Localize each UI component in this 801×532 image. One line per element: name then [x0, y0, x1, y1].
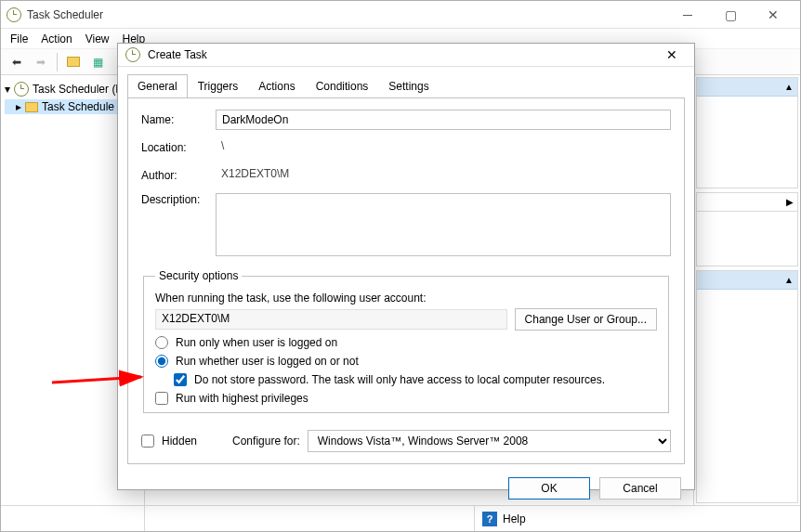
folder-icon [25, 102, 38, 112]
folder-up-icon[interactable] [63, 52, 84, 72]
do-not-store-password-check[interactable]: Do not store password. The task will onl… [174, 373, 657, 386]
location-value: \ [216, 137, 671, 158]
status-help[interactable]: ? Help [475, 512, 533, 526]
tab-actions[interactable]: Actions [248, 74, 305, 98]
tab-settings[interactable]: Settings [378, 74, 439, 98]
create-task-dialog: Create Task ✕ General Triggers Actions C… [117, 43, 695, 490]
minimize-button[interactable]: ─ [666, 1, 709, 29]
app-title: Task Scheduler [27, 8, 103, 21]
cancel-button[interactable]: Cancel [599, 477, 681, 500]
hidden-label: Hidden [162, 435, 197, 448]
description-label: Description: [141, 193, 206, 206]
menu-action[interactable]: Action [41, 32, 72, 45]
run-logged-on-label: Run only when user is logged on [176, 336, 337, 349]
configure-for-label: Configure for: [232, 435, 300, 448]
dialog-tabs: General Triggers Actions Conditions Sett… [118, 67, 694, 98]
toolbar-icon-2[interactable]: ▦ [87, 52, 108, 72]
run-logged-on-radio[interactable]: Run only when user is logged on [155, 336, 657, 349]
tab-conditions[interactable]: Conditions [306, 74, 379, 98]
actions-header-3[interactable]: ▲ [697, 271, 797, 290]
dialog-close-button[interactable]: ✕ [657, 44, 687, 66]
back-button[interactable]: ⬅ [7, 52, 27, 72]
name-label: Name: [141, 113, 206, 126]
clock-icon [14, 82, 29, 97]
configure-for-select[interactable]: Windows Vista™, Windows Server™ 2008 [308, 430, 671, 452]
dialog-title: Create Task [148, 48, 207, 61]
tab-general[interactable]: General [127, 74, 188, 98]
tab-triggers[interactable]: Triggers [188, 74, 249, 98]
name-input[interactable] [216, 110, 671, 130]
actions-header-2[interactable]: ▶ [697, 193, 797, 212]
menu-view[interactable]: View [85, 32, 110, 45]
run-whether-radio[interactable]: Run whether user is logged on or not [155, 355, 657, 368]
menu-file[interactable]: File [10, 32, 28, 45]
dialog-icon [125, 47, 140, 62]
run-whether-label: Run whether user is logged on or not [176, 355, 359, 368]
no-store-pw-label: Do not store password. The task will onl… [194, 373, 605, 386]
author-value: X12DEXT0\M [216, 165, 671, 186]
actions-panel: ▲ ▶ ▲ [693, 75, 800, 505]
dialog-titlebar: Create Task ✕ [118, 44, 694, 67]
tab-body: Name: Location: \ Author: X12DEXT0\M Des… [127, 97, 685, 464]
close-button[interactable]: ✕ [752, 1, 794, 29]
highest-priv-label: Run with highest privileges [176, 392, 309, 405]
location-label: Location: [141, 141, 206, 154]
highest-privileges-check[interactable]: Run with highest privileges [155, 392, 657, 405]
ok-button[interactable]: OK [508, 477, 590, 500]
user-account-field: X12DEXT0\M [155, 309, 507, 330]
tree-child-label: Task Schedule [42, 100, 114, 113]
hidden-check[interactable]: Hidden [141, 435, 197, 448]
tree-root-label: Task Scheduler (L [33, 83, 122, 96]
actions-header-1[interactable]: ▲ [697, 78, 797, 97]
security-text: When running the task, use the following… [155, 292, 657, 305]
maximize-button[interactable]: ▢ [709, 1, 752, 29]
app-icon [7, 7, 21, 22]
security-legend: Security options [155, 269, 242, 282]
status-help-label: Help [503, 513, 526, 526]
forward-button[interactable]: ➡ [31, 52, 51, 72]
titlebar: Task Scheduler ─ ▢ ✕ [1, 1, 800, 29]
security-options-group: Security options When running the task, … [143, 269, 669, 413]
description-input[interactable] [216, 193, 671, 256]
author-label: Author: [141, 169, 206, 182]
help-status-icon: ? [482, 512, 497, 526]
change-user-button[interactable]: Change User or Group... [515, 308, 657, 331]
